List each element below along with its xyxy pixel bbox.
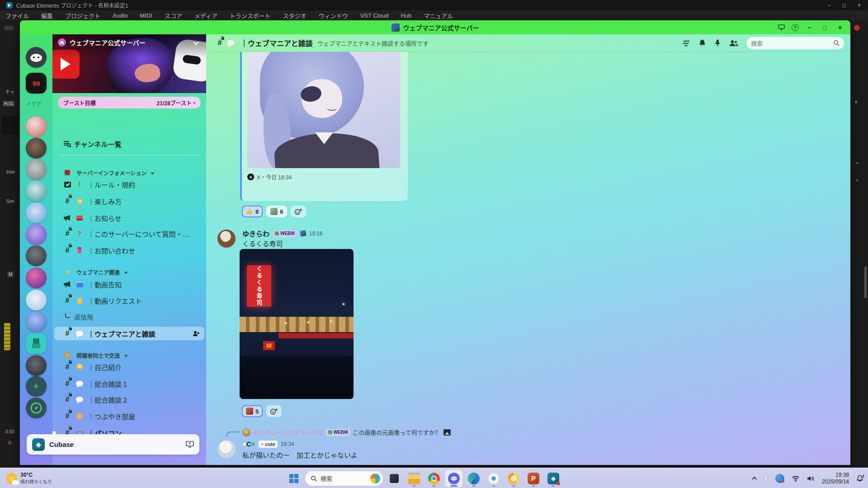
- server-header[interactable]: ウェブマニア公式サーバー: [58, 38, 201, 47]
- username-hearts[interactable]: ♥C♥: [242, 440, 255, 448]
- wifi-icon[interactable]: [792, 475, 800, 482]
- channel-murmur-room[interactable]: # ｜つぶやき部屋: [54, 409, 204, 423]
- server-icon-pixel[interactable]: [26, 333, 47, 354]
- channel-announcements[interactable]: ｜お知らせ: [54, 211, 204, 225]
- channel-topic[interactable]: ウェブマニアとテキスト雑談する場所です: [317, 39, 429, 47]
- menu-transport[interactable]: トランスポート: [230, 11, 271, 20]
- task-view-button[interactable]: [386, 470, 403, 487]
- server-icon[interactable]: [26, 181, 47, 202]
- menu-audio[interactable]: Audio: [113, 12, 127, 19]
- discord-close-button[interactable]: ×: [835, 23, 845, 33]
- collapse-arrows[interactable]: «: [856, 160, 859, 165]
- reply-context[interactable]: ゼノデュース@アランデル WEBM この画像の元画像って何ですか？: [242, 428, 451, 436]
- explore-servers-button[interactable]: [26, 398, 47, 418]
- channel-contact[interactable]: # ｜お問い合わせ: [54, 244, 204, 257]
- chrome-canary-icon[interactable]: [505, 470, 522, 487]
- sushi-video-attachment[interactable]: くるくる寿司 M: [240, 249, 354, 399]
- taskbar-search[interactable]: 検索: [305, 471, 383, 486]
- discord-minimize-button[interactable]: −: [804, 23, 814, 33]
- user-avatar-c[interactable]: [217, 440, 236, 458]
- stream-icon[interactable]: [186, 441, 194, 448]
- server-icon[interactable]: [26, 290, 47, 310]
- thread-reply[interactable]: 返信用: [54, 310, 204, 324]
- menu-file[interactable]: ファイル: [5, 11, 29, 20]
- powerpoint-icon[interactable]: P: [525, 470, 542, 487]
- menu-vstcloud[interactable]: VST Cloud: [360, 12, 389, 19]
- reaction-thumbsup[interactable]: 8: [242, 206, 263, 217]
- cubase-minimize-button[interactable]: −: [828, 2, 831, 9]
- channel-general-1[interactable]: # ｜総合雑談１: [54, 377, 204, 390]
- taskbar-clock[interactable]: 19:38 2025/09/14: [822, 472, 849, 485]
- server-icon[interactable]: [26, 355, 47, 376]
- reply-username[interactable]: ゼノデュース@アランデル: [253, 428, 323, 436]
- cubase-maximize-button[interactable]: □: [843, 2, 846, 9]
- start-button[interactable]: [285, 470, 302, 487]
- channel-rules[interactable]: ! ｜ルール・規約: [54, 178, 204, 191]
- server-banner[interactable]: ウェブマニア公式サーバー: [52, 34, 206, 93]
- channel-server-questions[interactable]: # ? ｜このサーバーについて質問・…: [54, 227, 204, 240]
- user-avatar-yukirawa[interactable]: [217, 230, 236, 248]
- notifications-bell-icon[interactable]: [698, 39, 706, 47]
- reaction-custom-sushi[interactable]: 5: [242, 405, 263, 417]
- menu-project[interactable]: プロジェクト: [65, 11, 100, 20]
- channel-video-announce[interactable]: ｜動画告知: [54, 277, 204, 291]
- reaction-custom-kami[interactable]: 6: [266, 206, 287, 217]
- add-reaction-button[interactable]: [291, 206, 306, 217]
- category-webmania[interactable]: ★ ウェブマニア関連: [54, 265, 204, 279]
- server-icon[interactable]: [26, 224, 47, 245]
- cubase-close-button[interactable]: ×: [858, 2, 861, 9]
- server-icon-99[interactable]: 99: [26, 73, 47, 94]
- menu-hub[interactable]: Hub: [401, 12, 411, 19]
- focus-assist-bell-icon[interactable]: z: [856, 475, 863, 482]
- menu-manual[interactable]: マニュアル: [424, 11, 453, 20]
- cubase-scrollbar[interactable]: [864, 267, 867, 298]
- help-icon[interactable]: ?: [792, 24, 799, 31]
- search-input[interactable]: 検索: [746, 37, 844, 49]
- file-explorer-icon[interactable]: [406, 470, 423, 487]
- cubase-taskbar-icon[interactable]: ◆: [545, 470, 562, 487]
- channel-self-intro[interactable]: # ｜自己紹介: [54, 360, 204, 374]
- tray-overflow-chevron-icon[interactable]: [752, 476, 757, 481]
- pinned-messages-icon[interactable]: [714, 39, 721, 47]
- weather-widget[interactable]: 30°C 晴れ時々くもり: [3, 468, 56, 488]
- server-icon[interactable]: [26, 202, 47, 223]
- boost-goal-bar[interactable]: ブースト目標 21/28ブースト ›: [58, 97, 201, 108]
- white-app-icon[interactable]: [485, 470, 502, 487]
- channel-video-request[interactable]: # ｜動画リクエスト: [54, 294, 204, 307]
- create-invite-icon[interactable]: [193, 330, 200, 337]
- chrome-icon[interactable]: [425, 470, 443, 487]
- volume-icon[interactable]: [807, 475, 815, 482]
- menu-midi[interactable]: MIDI: [140, 12, 152, 19]
- server-icon[interactable]: [26, 245, 47, 266]
- tray-app-icon[interactable]: [775, 474, 784, 483]
- menu-window[interactable]: ウィンドウ: [319, 11, 348, 20]
- discord-maximize-button[interactable]: □: [820, 23, 830, 33]
- server-icon[interactable]: [26, 311, 47, 332]
- username[interactable]: ゆきらわ: [242, 229, 269, 238]
- collapse-arrows[interactable]: «: [856, 178, 859, 183]
- menu-studio[interactable]: スタジオ: [283, 11, 307, 20]
- member-list-icon[interactable]: [729, 40, 738, 47]
- server-icon[interactable]: [26, 159, 47, 180]
- discord-taskbar-icon[interactable]: [445, 470, 462, 487]
- cubase-mute-button[interactable]: M: [7, 272, 14, 277]
- embed-image[interactable]: [247, 52, 400, 168]
- edge-icon[interactable]: [465, 470, 482, 487]
- server-icon[interactable]: [26, 138, 47, 159]
- channel-how-to-enjoy[interactable]: # ｜楽しみ方: [54, 194, 204, 208]
- server-icon-home[interactable]: [26, 47, 47, 68]
- x-tray-icon[interactable]: X: [764, 475, 768, 482]
- threads-icon[interactable]: [682, 39, 690, 47]
- server-icon[interactable]: [26, 267, 47, 288]
- menu-edit[interactable]: 編集: [41, 11, 53, 20]
- menu-score[interactable]: スコア: [165, 11, 182, 20]
- add-reaction-button[interactable]: [266, 405, 282, 417]
- activity-card-cubase[interactable]: ◆ Cubase: [27, 434, 199, 455]
- server-dropdown-chevron-icon[interactable]: [193, 40, 198, 45]
- menu-media[interactable]: メディア: [194, 11, 217, 20]
- popout-monitor-icon[interactable]: [776, 23, 786, 33]
- browse-channels[interactable]: チャンネル一覧: [54, 137, 204, 150]
- add-server-button[interactable]: +: [26, 376, 47, 397]
- discord-titlebar[interactable]: ウェブマニア公式サーバー ? − □ ×: [20, 20, 850, 34]
- channel-general-2[interactable]: # ｜総合雑談２: [54, 393, 204, 406]
